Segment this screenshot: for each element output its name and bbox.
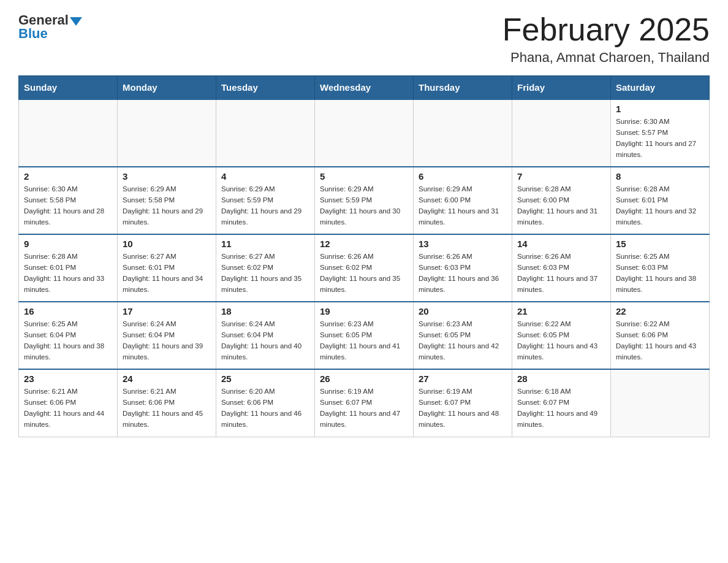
day-info: Sunrise: 6:20 AMSunset: 6:06 PMDaylight:… xyxy=(221,386,309,430)
table-cell: 10Sunrise: 6:27 AMSunset: 6:01 PMDayligh… xyxy=(118,234,216,302)
table-cell: 3Sunrise: 6:29 AMSunset: 5:58 PMDaylight… xyxy=(118,167,216,234)
table-cell xyxy=(315,99,414,167)
day-info: Sunrise: 6:23 AMSunset: 6:05 PMDaylight:… xyxy=(320,319,408,362)
table-cell: 4Sunrise: 6:29 AMSunset: 5:59 PMDaylight… xyxy=(216,167,315,234)
day-number: 25 xyxy=(221,373,309,384)
week-row-1: 1Sunrise: 6:30 AMSunset: 5:57 PMDaylight… xyxy=(19,99,710,167)
table-cell: 23Sunrise: 6:21 AMSunset: 6:06 PMDayligh… xyxy=(19,369,118,437)
day-number: 6 xyxy=(419,171,507,182)
day-info: Sunrise: 6:26 AMSunset: 6:03 PMDaylight:… xyxy=(517,251,605,295)
location-title: Phana, Amnat Charoen, Thailand xyxy=(502,50,710,66)
day-number: 7 xyxy=(517,171,605,182)
day-number: 3 xyxy=(123,171,211,182)
day-number: 26 xyxy=(320,373,408,384)
table-cell xyxy=(19,99,118,167)
month-title: February 2025 xyxy=(502,12,710,47)
day-info: Sunrise: 6:28 AMSunset: 6:00 PMDaylight:… xyxy=(517,184,605,228)
table-cell xyxy=(216,99,315,167)
table-cell: 18Sunrise: 6:24 AMSunset: 6:04 PMDayligh… xyxy=(216,302,315,369)
table-cell: 17Sunrise: 6:24 AMSunset: 6:04 PMDayligh… xyxy=(118,302,216,369)
day-number: 13 xyxy=(419,239,507,249)
day-info: Sunrise: 6:29 AMSunset: 6:00 PMDaylight:… xyxy=(419,184,507,228)
week-row-4: 16Sunrise: 6:25 AMSunset: 6:04 PMDayligh… xyxy=(19,302,710,369)
day-info: Sunrise: 6:29 AMSunset: 5:58 PMDaylight:… xyxy=(123,184,211,228)
day-number: 10 xyxy=(123,239,211,249)
logo-triangle-icon xyxy=(70,17,82,26)
day-info: Sunrise: 6:27 AMSunset: 6:01 PMDaylight:… xyxy=(123,251,211,295)
table-cell: 1Sunrise: 6:30 AMSunset: 5:57 PMDaylight… xyxy=(611,99,710,167)
calendar-table: Sunday Monday Tuesday Wednesday Thursday… xyxy=(18,75,710,437)
header-tuesday: Tuesday xyxy=(216,76,315,100)
week-row-2: 2Sunrise: 6:30 AMSunset: 5:58 PMDaylight… xyxy=(19,167,710,234)
day-number: 23 xyxy=(24,373,112,384)
table-cell: 5Sunrise: 6:29 AMSunset: 5:59 PMDaylight… xyxy=(315,167,414,234)
table-cell xyxy=(118,99,216,167)
day-number: 16 xyxy=(24,306,112,316)
table-cell xyxy=(512,99,611,167)
header-wednesday: Wednesday xyxy=(315,76,414,100)
day-number: 11 xyxy=(221,239,309,249)
table-cell: 9Sunrise: 6:28 AMSunset: 6:01 PMDaylight… xyxy=(19,234,118,302)
header-thursday: Thursday xyxy=(414,76,512,100)
day-info: Sunrise: 6:26 AMSunset: 6:03 PMDaylight:… xyxy=(419,251,507,295)
header-sunday: Sunday xyxy=(19,76,118,100)
table-cell: 2Sunrise: 6:30 AMSunset: 5:58 PMDaylight… xyxy=(19,167,118,234)
table-cell: 26Sunrise: 6:19 AMSunset: 6:07 PMDayligh… xyxy=(315,369,414,437)
table-cell: 20Sunrise: 6:23 AMSunset: 6:05 PMDayligh… xyxy=(414,302,512,369)
logo: General Blue xyxy=(18,12,82,42)
table-cell: 13Sunrise: 6:26 AMSunset: 6:03 PMDayligh… xyxy=(414,234,512,302)
day-number: 4 xyxy=(221,171,309,182)
day-info: Sunrise: 6:23 AMSunset: 6:05 PMDaylight:… xyxy=(419,319,507,362)
day-number: 9 xyxy=(24,239,112,249)
day-info: Sunrise: 6:28 AMSunset: 6:01 PMDaylight:… xyxy=(616,184,704,228)
table-cell: 14Sunrise: 6:26 AMSunset: 6:03 PMDayligh… xyxy=(512,234,611,302)
header-friday: Friday xyxy=(512,76,611,100)
day-info: Sunrise: 6:29 AMSunset: 5:59 PMDaylight:… xyxy=(221,184,309,228)
table-cell: 25Sunrise: 6:20 AMSunset: 6:06 PMDayligh… xyxy=(216,369,315,437)
table-cell xyxy=(611,369,710,437)
day-number: 19 xyxy=(320,306,408,316)
weekday-header-row: Sunday Monday Tuesday Wednesday Thursday… xyxy=(19,76,710,100)
title-section: February 2025 Phana, Amnat Charoen, Thai… xyxy=(502,12,710,66)
day-info: Sunrise: 6:21 AMSunset: 6:06 PMDaylight:… xyxy=(123,386,211,430)
table-cell: 24Sunrise: 6:21 AMSunset: 6:06 PMDayligh… xyxy=(118,369,216,437)
week-row-3: 9Sunrise: 6:28 AMSunset: 6:01 PMDaylight… xyxy=(19,234,710,302)
table-cell xyxy=(414,99,512,167)
day-number: 17 xyxy=(123,306,211,316)
day-number: 22 xyxy=(616,306,704,316)
day-info: Sunrise: 6:30 AMSunset: 5:57 PMDaylight:… xyxy=(616,117,704,160)
table-cell: 15Sunrise: 6:25 AMSunset: 6:03 PMDayligh… xyxy=(611,234,710,302)
day-number: 15 xyxy=(616,239,704,249)
day-number: 18 xyxy=(221,306,309,316)
day-info: Sunrise: 6:27 AMSunset: 6:02 PMDaylight:… xyxy=(221,251,309,295)
day-info: Sunrise: 6:18 AMSunset: 6:07 PMDaylight:… xyxy=(517,386,605,430)
day-info: Sunrise: 6:30 AMSunset: 5:58 PMDaylight:… xyxy=(24,184,112,228)
day-number: 1 xyxy=(616,104,704,114)
week-row-5: 23Sunrise: 6:21 AMSunset: 6:06 PMDayligh… xyxy=(19,369,710,437)
day-number: 14 xyxy=(517,239,605,249)
day-number: 21 xyxy=(517,306,605,316)
day-info: Sunrise: 6:29 AMSunset: 5:59 PMDaylight:… xyxy=(320,184,408,228)
table-cell: 16Sunrise: 6:25 AMSunset: 6:04 PMDayligh… xyxy=(19,302,118,369)
day-number: 5 xyxy=(320,171,408,182)
day-info: Sunrise: 6:19 AMSunset: 6:07 PMDaylight:… xyxy=(320,386,408,430)
table-cell: 7Sunrise: 6:28 AMSunset: 6:00 PMDaylight… xyxy=(512,167,611,234)
day-number: 20 xyxy=(419,306,507,316)
table-cell: 19Sunrise: 6:23 AMSunset: 6:05 PMDayligh… xyxy=(315,302,414,369)
header-saturday: Saturday xyxy=(611,76,710,100)
day-number: 24 xyxy=(123,373,211,384)
table-cell: 21Sunrise: 6:22 AMSunset: 6:05 PMDayligh… xyxy=(512,302,611,369)
table-cell: 11Sunrise: 6:27 AMSunset: 6:02 PMDayligh… xyxy=(216,234,315,302)
day-info: Sunrise: 6:26 AMSunset: 6:02 PMDaylight:… xyxy=(320,251,408,295)
day-number: 8 xyxy=(616,171,704,182)
header-monday: Monday xyxy=(118,76,216,100)
day-number: 2 xyxy=(24,171,112,182)
day-number: 28 xyxy=(517,373,605,384)
table-cell: 28Sunrise: 6:18 AMSunset: 6:07 PMDayligh… xyxy=(512,369,611,437)
table-cell: 6Sunrise: 6:29 AMSunset: 6:00 PMDaylight… xyxy=(414,167,512,234)
day-number: 12 xyxy=(320,239,408,249)
day-info: Sunrise: 6:24 AMSunset: 6:04 PMDaylight:… xyxy=(123,319,211,362)
day-info: Sunrise: 6:25 AMSunset: 6:04 PMDaylight:… xyxy=(24,319,112,362)
day-info: Sunrise: 6:22 AMSunset: 6:06 PMDaylight:… xyxy=(616,319,704,362)
table-cell: 22Sunrise: 6:22 AMSunset: 6:06 PMDayligh… xyxy=(611,302,710,369)
